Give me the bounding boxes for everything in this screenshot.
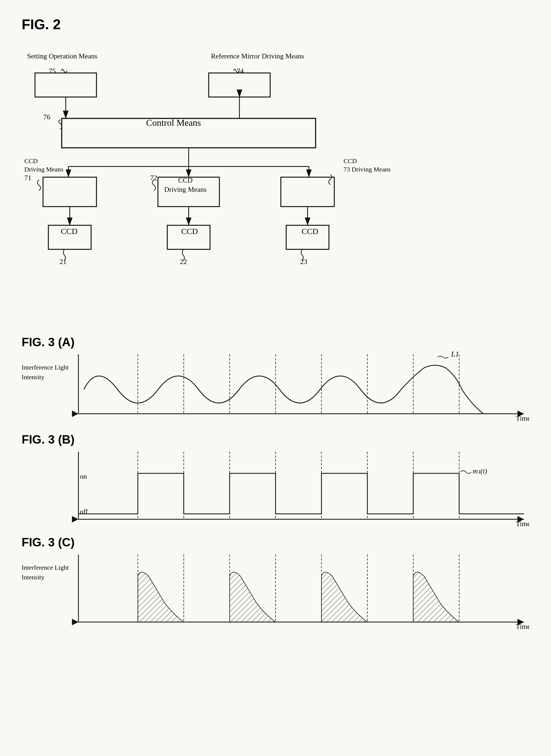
ccd-driving-center-label: CCDDriving Means (164, 176, 207, 194)
num-72: 72 (150, 173, 157, 183)
fig3c-graph: Time (70, 552, 529, 638)
fig3a-panel: FIG. 3 (A) Interference Light Intensity (22, 335, 529, 428)
control-means-label: Control Means (146, 118, 201, 128)
svg-text:L1: L1 (451, 351, 459, 358)
svg-text:Time: Time (516, 520, 529, 528)
ccd-left-box-label: CCD (61, 227, 78, 236)
page: { "fig2": { "title": "FIG. 2", "labels":… (0, 0, 551, 756)
ccd-driving-left-label: CCDDriving Means (24, 157, 64, 174)
fig3c-panel: FIG. 3 (C) Interference Light Intensity (22, 536, 529, 638)
fig3b-ylabel (22, 449, 70, 465)
fig2-diagram: Setting Operation Means 75 Reference Mir… (22, 43, 529, 314)
num-76: 76 (43, 112, 50, 122)
svg-rect-3 (209, 73, 270, 97)
num-75: 75 (49, 66, 56, 76)
svg-text:on: on (80, 473, 87, 480)
fig3c-ylabel: Interference Light Intensity (22, 552, 70, 582)
svg-text:Time: Time (516, 623, 529, 631)
num-71: 71 (24, 173, 31, 183)
svg-text:off: off (80, 508, 88, 516)
ref-mirror-label: Reference Mirror Driving Means (211, 51, 304, 61)
num-22: 22 (180, 257, 187, 267)
num-74: 74 (237, 66, 244, 76)
fig3-section: FIG. 3 (A) Interference Light Intensity (22, 335, 529, 638)
svg-rect-2 (35, 73, 96, 97)
ccd-driving-right-label: CCD73 Driving Means (344, 157, 391, 174)
fig3a-graph: L1 Time (70, 351, 529, 428)
fig3b-panel: FIG. 3 (B) (22, 433, 529, 530)
fig2-section: FIG. 2 (22, 16, 529, 314)
fig3a-title: FIG. 3 (A) (22, 335, 529, 349)
svg-text:Time: Time (516, 415, 529, 422)
ccd-center-box-label: CCD (181, 227, 198, 236)
ccd-right-box-label: CCD (302, 227, 319, 236)
fig3c-title: FIG. 3 (C) (22, 536, 529, 549)
num-23: 23 (300, 257, 307, 267)
svg-rect-14 (281, 177, 334, 207)
svg-rect-12 (43, 177, 97, 207)
num-21: 21 (59, 257, 67, 267)
fig3b-graph: on off (70, 449, 529, 530)
fig2-arrows (22, 43, 529, 314)
fig2-title: FIG. 2 (22, 16, 529, 32)
fig3a-ylabel: Interference Light Intensity (22, 351, 70, 382)
svg-text:m₁(t): m₁(t) (473, 467, 487, 475)
fig3b-title: FIG. 3 (B) (22, 433, 529, 446)
setting-op-label: Setting Operation Means (27, 51, 97, 61)
